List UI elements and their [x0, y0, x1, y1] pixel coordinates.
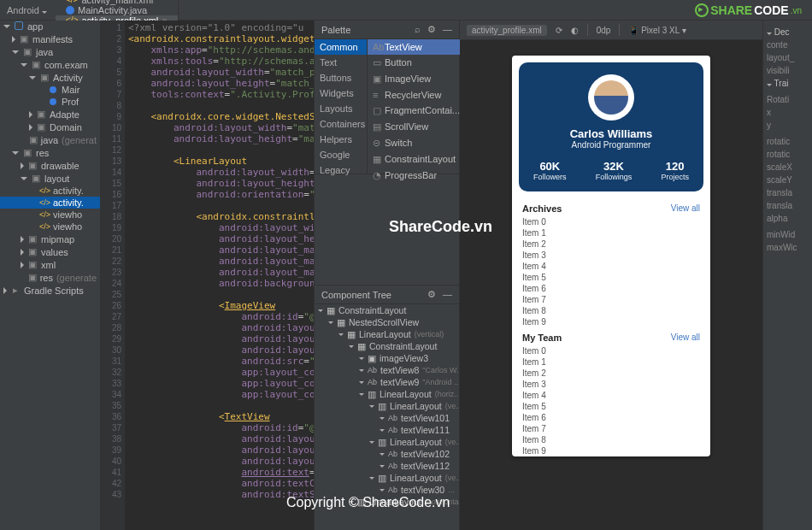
stat: 60KFollowers: [533, 160, 567, 181]
component-node[interactable]: AbtextView111: [315, 424, 459, 436]
tree-row[interactable]: </>viewho: [0, 209, 100, 221]
avatar: [588, 74, 634, 121]
minimize-icon[interactable]: —: [443, 289, 452, 300]
component-node[interactable]: ▥LinearLayout (ve...: [315, 400, 459, 412]
list-item: Item 5: [522, 401, 700, 412]
list-item: Item 9: [522, 316, 700, 327]
palette-category[interactable]: Containers: [315, 116, 367, 132]
component-node[interactable]: AbtextView30 ...: [315, 484, 459, 496]
palette-category[interactable]: Google: [315, 147, 367, 162]
list-item: Item 2: [522, 238, 700, 250]
tree-row[interactable]: ▣drawable: [0, 159, 100, 172]
project-dropdown[interactable]: Android: [3, 5, 56, 15]
tree-row[interactable]: ▣Adapte: [0, 108, 100, 121]
palette-panel: CommonTextButtonsWidgetsLayoutsContainer…: [315, 39, 459, 174]
tree-row[interactable]: ▣values: [0, 245, 100, 258]
tree-row[interactable]: ▣xml: [0, 258, 100, 271]
tree-row[interactable]: ▸Gradle Scripts: [0, 284, 100, 297]
tree-row[interactable]: ▣Domain: [0, 121, 100, 133]
logo-icon: [695, 3, 709, 17]
palette-category[interactable]: Helpers: [315, 132, 367, 147]
tree-row[interactable]: ▣com.exam: [0, 58, 100, 71]
tree-row[interactable]: ▣res (generate: [0, 271, 100, 284]
component-node[interactable]: ▥LinearLayout (ve...: [315, 472, 459, 484]
tree-row[interactable]: ▣java: [0, 45, 100, 58]
palette-item[interactable]: ▭Button: [368, 55, 465, 71]
device-frame: Carlos Williams Android Programmer 60KFo…: [512, 56, 710, 456]
palette-header: Palette ⌕⚙—: [315, 21, 459, 39]
zoom-label[interactable]: 0dp: [597, 26, 611, 35]
project-tree[interactable]: app▣manifests▣java▣com.exam▣ActivityMair…: [0, 21, 101, 530]
minimize-icon[interactable]: —: [443, 24, 452, 35]
list-item: Item 5: [522, 272, 700, 283]
tree-row[interactable]: ▣Activity: [0, 71, 100, 84]
list-item: Item 4: [522, 390, 700, 401]
view-all-link[interactable]: View all: [671, 203, 700, 214]
list-item: Item 0: [522, 345, 700, 356]
component-node[interactable]: AbtextView9 "Android ...: [315, 376, 459, 388]
tree-row[interactable]: Prof: [0, 96, 100, 108]
file-selector[interactable]: activity_profile.xml: [467, 25, 547, 36]
component-node[interactable]: ▥LinearLayout (horiz...: [315, 388, 459, 400]
tree-header: Component Tree ⚙—: [315, 286, 459, 304]
tree-row[interactable]: ▣mipmap: [0, 233, 100, 245]
component-node[interactable]: ▦NestedScrollView: [315, 316, 459, 328]
profile-role: Android Programmer: [519, 140, 703, 150]
palette-category[interactable]: Text: [315, 55, 367, 70]
palette-category[interactable]: Buttons: [315, 70, 367, 85]
palette-item[interactable]: ▦ConstraintLayout: [368, 151, 465, 168]
tree-row[interactable]: ▣manifests: [0, 32, 100, 45]
list-item: Item 8: [522, 305, 700, 316]
list-item: Item 0: [522, 216, 700, 227]
palette-item[interactable]: ≡RecyclerView: [368, 87, 465, 103]
gear-icon[interactable]: ⚙: [427, 24, 436, 35]
tree-row[interactable]: ▣layout: [0, 172, 100, 185]
component-node[interactable]: ▦ConstraintLayout: [315, 304, 459, 316]
sharecode-logo: SHARECODE.vn: [695, 3, 802, 17]
list-item: Item 7: [522, 294, 700, 305]
stat: 120Projects: [661, 160, 689, 181]
palette-item[interactable]: ▤ScrollView: [368, 119, 465, 135]
component-node[interactable]: ▦LinearLayout (vertical): [315, 328, 459, 340]
component-node[interactable]: ▣imageView3: [315, 352, 459, 364]
tree-row[interactable]: Mair: [0, 84, 100, 96]
component-node[interactable]: AbtextView101: [315, 412, 459, 424]
editor-tabs: Android </>activity_main.xmlMainActivity…: [0, 0, 812, 21]
theme-icon[interactable]: ◐: [571, 26, 579, 35]
palette-item[interactable]: AbTextView: [368, 39, 465, 55]
palette-category[interactable]: Widgets: [315, 85, 367, 101]
list-item: Item 3: [522, 250, 700, 261]
palette-item[interactable]: ⊝Switch: [368, 135, 465, 151]
component-node[interactable]: ▦ConstraintLayout: [315, 340, 459, 352]
list-item: Item 1: [522, 227, 700, 238]
orientation-icon[interactable]: ⟳: [556, 26, 562, 35]
component-tree[interactable]: ▦ConstraintLayout▦NestedScrollView▦Linea…: [315, 304, 459, 530]
preview-toolbar[interactable]: activity_profile.xml ⟳ ◐ 0dp 📱 Pixel 3 X…: [460, 21, 762, 40]
tree-row[interactable]: </>activity.: [0, 185, 100, 197]
list-item: Item 4: [522, 261, 700, 272]
view-all-link[interactable]: View all: [671, 333, 700, 343]
profile-name: Carlos Williams: [519, 127, 703, 140]
gear-icon[interactable]: ⚙: [427, 289, 436, 300]
component-node[interactable]: AbtextView112: [315, 460, 459, 472]
palette-item[interactable]: ▢FragmentContai...: [368, 103, 465, 119]
tree-row[interactable]: ▣res: [0, 146, 100, 159]
component-node[interactable]: ▥LinearLayout (horizontal): [315, 496, 459, 508]
palette-item[interactable]: ▣ImageView: [368, 71, 465, 87]
search-icon[interactable]: ⌕: [415, 24, 421, 35]
component-node[interactable]: ▥LinearLayout (ve...: [315, 436, 459, 448]
code-editor[interactable]: 1234567891011121314151617181920212223242…: [101, 21, 315, 530]
list-item: Item 2: [522, 368, 700, 379]
device-selector[interactable]: 📱 Pixel 3 XL ▾: [628, 26, 685, 35]
component-node[interactable]: AbtextView102: [315, 448, 459, 460]
editor-tab[interactable]: MainActivity.java: [56, 5, 179, 15]
tree-row[interactable]: app: [0, 21, 100, 32]
component-node[interactable]: AbtextView8 "Carlos W...: [315, 364, 459, 376]
tree-row[interactable]: </>viewho: [0, 221, 100, 233]
list-item: Item 3: [522, 379, 700, 390]
palette-category[interactable]: Layouts: [315, 101, 367, 116]
tree-row[interactable]: </>activity.: [0, 197, 100, 209]
palette-category[interactable]: Common: [315, 39, 367, 55]
tree-row[interactable]: ▣java (generat: [0, 133, 100, 146]
attributes-panel[interactable]: Deccontelayout_visibili TraiRotatixyrota…: [762, 21, 812, 530]
